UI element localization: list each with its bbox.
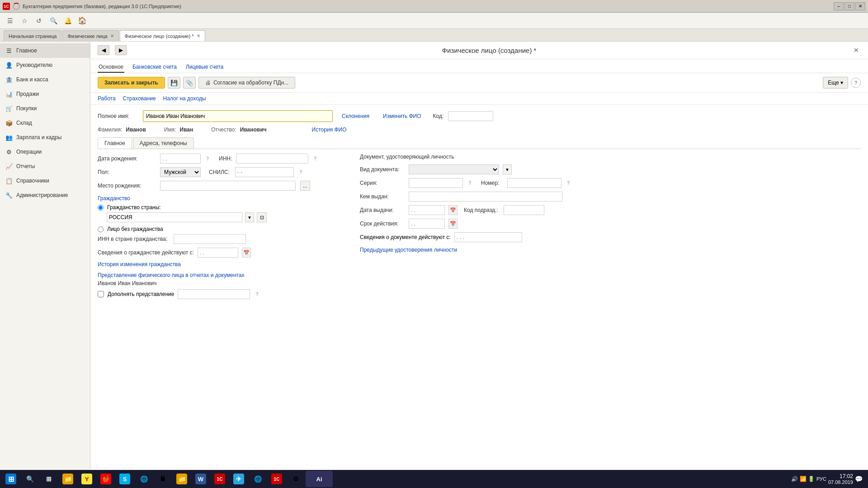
close-window-button[interactable]: ✕ — [855, 2, 865, 10]
taskbar-taskview-button[interactable]: ⊞ — [40, 471, 58, 487]
save-close-button[interactable]: Записать и закрыть — [98, 77, 165, 89]
supplement-checkbox[interactable] — [98, 291, 104, 297]
decline-link[interactable]: Склонения — [342, 113, 369, 119]
taskbar-yandex-button[interactable]: Y — [78, 471, 96, 487]
inner-tab-main[interactable]: Главное — [98, 137, 132, 149]
sidebar-item-payroll[interactable]: 👥 Зарплата и кадры — [0, 130, 90, 145]
sidebar-item-manager[interactable]: 👤 Руководителю — [0, 58, 90, 72]
change-fio-link[interactable]: Изменить ФИО — [383, 113, 421, 119]
consent-button[interactable]: 🖨 Согласие на обработку ПДн... — [198, 77, 295, 89]
country-browse-button[interactable]: ⊡ — [257, 212, 267, 222]
history-citizenship-link[interactable]: История изменения гражданства — [98, 261, 346, 267]
sidebar-item-bank[interactable]: 🏦 Банк и касса — [0, 72, 90, 87]
inn-input[interactable] — [236, 154, 308, 164]
taskbar-app1-button[interactable]: 🍎 — [97, 471, 115, 487]
sidebar-item-operations[interactable]: ⚙ Операции — [0, 145, 90, 159]
nav-back-button[interactable]: ◀ — [98, 45, 109, 55]
issued-input[interactable] — [409, 192, 562, 202]
doc-type-select[interactable] — [409, 164, 499, 174]
gender-select[interactable]: Мужской Женский — [160, 167, 201, 177]
history-fio-link[interactable]: История ФИО — [312, 127, 347, 133]
tab-physical-persons[interactable]: Физические лица ✕ — [62, 30, 118, 41]
sidebar-item-main[interactable]: ☰ Главное — [0, 43, 90, 58]
taskbar-search-button[interactable]: 🔍 — [21, 471, 39, 487]
inn-citizenship-input[interactable] — [174, 234, 246, 244]
taskbar-chrome-button[interactable]: 🌐 — [249, 471, 267, 487]
taskbar-clock-area[interactable]: 17:02 07.08.2019 — [828, 473, 853, 485]
doc-close-button[interactable]: ✕ — [852, 46, 861, 55]
sved-calendar-button[interactable]: 📅 — [242, 248, 251, 258]
taskbar-settings-button[interactable]: ⚙ — [287, 471, 305, 487]
dob-help-icon[interactable]: ? — [204, 155, 211, 162]
taskbar-calc-button[interactable]: 🖩 — [154, 471, 172, 487]
nomer-help-icon[interactable]: ? — [565, 180, 571, 186]
date-issued-calendar-button[interactable]: 📅 — [448, 205, 458, 215]
date-issued-input[interactable] — [409, 205, 445, 215]
fullname-input[interactable] — [143, 110, 333, 122]
taskbar-1c2-button[interactable]: 1C — [268, 471, 286, 487]
doc-tab-bank[interactable]: Банковские счета — [132, 62, 178, 73]
taskbar-start-button[interactable]: ⊞ — [2, 471, 20, 487]
tab-create-person-close[interactable]: ✕ — [197, 33, 200, 38]
taskbar-ai-button[interactable]: Ai — [306, 471, 333, 487]
seria-input[interactable] — [409, 178, 463, 188]
expiry-calendar-button[interactable]: 📅 — [448, 219, 458, 229]
nomer-input[interactable] — [507, 178, 561, 188]
inner-tab-address[interactable]: Адреса, телефоны — [133, 137, 194, 149]
taskbar-word-button[interactable]: W — [192, 471, 210, 487]
inn-help-icon[interactable]: ? — [312, 155, 318, 162]
taskbar-1c-button[interactable]: 1C — [211, 471, 229, 487]
help-button[interactable]: ? — [851, 78, 861, 88]
sidebar-item-reports[interactable]: 📈 Отчеты — [0, 159, 90, 174]
home-icon-button[interactable]: 🏠 — [76, 14, 89, 27]
prev-doc-link[interactable]: Предыдущие удостоверения личности — [360, 247, 861, 253]
sidebar-item-warehouse[interactable]: 📦 Склад — [0, 116, 90, 130]
notifications-icon-button[interactable]: 🔔 — [61, 14, 74, 27]
taskbar-files-button[interactable]: 📁 — [173, 471, 191, 487]
snils-help-icon[interactable]: ? — [297, 169, 304, 175]
more-button[interactable]: Еще ▾ — [823, 77, 848, 89]
doc-tab-personal[interactable]: Лицевые счета — [185, 62, 224, 73]
citizenship-country-radio[interactable] — [98, 205, 104, 211]
history-icon-button[interactable]: ↺ — [33, 14, 45, 27]
sidebar-item-references[interactable]: 📋 Справочники — [0, 174, 90, 188]
attach-button[interactable]: 📎 — [183, 77, 196, 89]
birthplace-input[interactable] — [160, 181, 296, 191]
taskbar-skype-button[interactable]: S — [116, 471, 134, 487]
nav-forward-button[interactable]: ▶ — [115, 45, 127, 55]
supplement-help-icon[interactable]: ? — [254, 291, 260, 297]
search-icon-button[interactable]: 🔍 — [47, 14, 60, 27]
window-controls[interactable]: – □ ✕ — [834, 2, 865, 10]
expiry-input[interactable] — [409, 219, 445, 229]
sidebar-item-sales[interactable]: 📊 Продажи — [0, 87, 90, 101]
maximize-button[interactable]: □ — [844, 2, 854, 10]
tab-home[interactable]: Начальная страница — [4, 30, 61, 41]
snils-input[interactable] — [235, 167, 294, 177]
taskbar-telegram-button[interactable]: ✈ — [230, 471, 248, 487]
kod-input[interactable] — [448, 111, 493, 121]
seria-help-icon[interactable]: ? — [467, 180, 473, 186]
save-button[interactable]: 💾 — [168, 77, 180, 89]
menu-icon-button[interactable]: ☰ — [4, 14, 16, 27]
tab-physical-persons-close[interactable]: ✕ — [110, 33, 114, 38]
dob-input[interactable] — [160, 154, 201, 164]
minimize-button[interactable]: – — [834, 2, 844, 10]
link-insurance[interactable]: Страхование — [123, 95, 156, 102]
doc-tab-main[interactable]: Основное — [98, 62, 124, 73]
birthplace-browse-button[interactable]: … — [300, 181, 310, 191]
sidebar-item-admin[interactable]: 🔧 Администрирование — [0, 188, 90, 202]
favorites-icon-button[interactable]: ☆ — [18, 14, 31, 27]
taskbar-browser-button[interactable]: 🌐 — [135, 471, 153, 487]
sved-date-input[interactable] — [198, 248, 238, 258]
taskbar-explorer-button[interactable]: 📁 — [59, 471, 77, 487]
link-tax[interactable]: Налог на доходы — [163, 95, 206, 102]
notification-icon[interactable]: 💬 — [855, 475, 863, 483]
no-citizenship-radio[interactable] — [98, 226, 104, 232]
code-input[interactable] — [504, 205, 544, 215]
doc-type-dropdown-button[interactable]: ▼ — [503, 164, 512, 174]
country-input[interactable] — [107, 212, 242, 222]
link-work[interactable]: Работа — [98, 95, 116, 102]
sidebar-item-purchases[interactable]: 🛒 Покупки — [0, 101, 90, 116]
country-dropdown-button[interactable]: ▼ — [245, 212, 254, 222]
supplement-input[interactable] — [178, 289, 250, 299]
